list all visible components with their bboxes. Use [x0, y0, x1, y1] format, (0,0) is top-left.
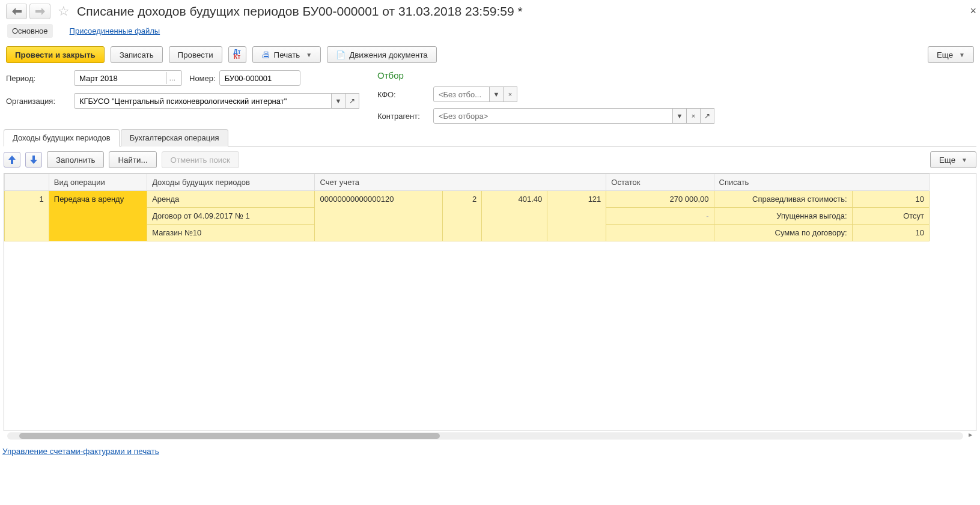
horizontal-scrollbar[interactable] [7, 432, 963, 440]
number-input[interactable] [224, 73, 296, 83]
cell-operation-type: Передача в аренду [49, 191, 147, 241]
period-label: Период: [6, 74, 69, 83]
arrow-right-icon [35, 8, 45, 15]
printer-icon: 🖶 [261, 50, 270, 60]
table-row[interactable]: 1 Передача в аренду Аренда 0000000000000… [5, 191, 930, 208]
nav-forward-button[interactable] [29, 4, 50, 19]
tab-main[interactable]: Основное [7, 24, 53, 38]
tab-accounting-operation[interactable]: Бухгалтерская операция [121, 129, 228, 147]
cell-row-number: 1 [5, 191, 49, 241]
cell-dbp-line3: Магазин №10 [147, 225, 315, 241]
organization-open-button[interactable]: ↗ [345, 93, 359, 109]
more-label: Еще [937, 50, 953, 59]
counterparty-dropdown-button[interactable]: ▼ [672, 108, 687, 124]
invoices-management-link[interactable]: Управление счетами-фактурами и печать [0, 441, 980, 458]
tab-attached-files[interactable]: Присоединенные файлы [65, 24, 165, 38]
counterparty-label: Контрагент: [377, 112, 428, 121]
post-and-close-button[interactable]: Провести и закрыть [6, 46, 105, 63]
arrow-up-icon [8, 156, 16, 164]
cell-dbp-line2: Договор от 04.09.2017 № 1 [147, 208, 315, 225]
organization-label: Организация: [6, 97, 69, 106]
cell-dbp-line1: Аренда [147, 191, 315, 208]
kfo-label: КФО: [377, 90, 428, 99]
print-button[interactable]: 🖶 Печать ▼ [252, 46, 321, 63]
document-icon: 📄 [336, 50, 345, 59]
tab-deferred-income[interactable]: Доходы будущих периодов [4, 129, 120, 147]
kfo-input[interactable] [437, 89, 486, 100]
col-operation-type[interactable]: Вид операции [49, 174, 147, 191]
move-down-button[interactable] [25, 152, 42, 168]
table-more-label: Еще [939, 156, 955, 165]
print-label: Печать [274, 50, 300, 59]
chevron-down-icon: ▼ [306, 52, 312, 58]
counterparty-open-button[interactable]: ↗ [700, 108, 714, 124]
move-up-button[interactable] [4, 152, 20, 168]
table-more-button[interactable]: Еще ▼ [930, 151, 976, 168]
kfo-dropdown-button[interactable]: ▼ [489, 86, 504, 102]
arrow-down-icon [30, 156, 37, 164]
chevron-down-icon: ▼ [959, 52, 965, 58]
cell-writeoff-label3: Сумма по договору: [714, 225, 852, 241]
cell-account-c2: 2 [442, 191, 481, 241]
col-deferred-income[interactable]: Доходы будущих периодов [147, 174, 315, 191]
close-icon[interactable]: × [970, 5, 976, 17]
cell-writeoff-val2: Отсут [852, 208, 929, 225]
cell-writeoff-label2: Упущенная выгода: [714, 208, 852, 225]
kfo-clear-button[interactable]: × [503, 86, 517, 102]
data-table[interactable]: Вид операции Доходы будущих периодов Сче… [4, 173, 976, 431]
cell-balance: 270 000,00 [606, 191, 714, 208]
cell-writeoff-val1: 10 [852, 191, 929, 208]
post-button[interactable]: Провести [169, 46, 222, 63]
number-label: Номер: [189, 74, 216, 83]
open-icon: ↗ [704, 112, 710, 120]
scrollbar-thumb[interactable] [19, 433, 440, 439]
filter-header: Отбор [377, 70, 714, 80]
open-icon: ↗ [349, 97, 355, 105]
cell-balance3 [606, 225, 714, 241]
cell-writeoff-val3: 10 [852, 225, 929, 241]
save-button[interactable]: Записать [111, 46, 163, 63]
cell-account-full: 00000000000000120 [315, 191, 442, 241]
page-title: Списание доходов будущих периодов БУ00-0… [77, 4, 523, 19]
dt-kt-icon: ДтКт [234, 50, 241, 59]
period-select-button[interactable]: … [166, 72, 178, 84]
col-number[interactable] [5, 174, 49, 191]
cell-balance2: - [606, 208, 714, 225]
col-balance[interactable]: Остаток [606, 174, 714, 191]
cell-account-c4: 121 [547, 191, 606, 241]
arrow-left-icon [12, 8, 22, 15]
chevron-down-icon: ▼ [961, 157, 967, 163]
counterparty-input[interactable] [437, 111, 669, 121]
document-moves-label: Движения документа [349, 50, 428, 59]
cell-account-c3: 401.40 [482, 191, 547, 241]
organization-dropdown-button[interactable]: ▼ [331, 93, 345, 109]
scroll-right-icon[interactable]: ▸ [969, 430, 973, 439]
col-writeoff[interactable]: Списать [714, 174, 929, 191]
nav-back-button[interactable] [6, 4, 27, 19]
counterparty-clear-button[interactable]: × [686, 108, 701, 124]
col-account[interactable]: Счет учета [315, 174, 606, 191]
organization-input[interactable] [78, 96, 328, 106]
dt-kt-button[interactable]: ДтКт [228, 46, 246, 63]
fill-button[interactable]: Заполнить [47, 151, 104, 168]
cancel-find-button: Отменить поиск [162, 151, 239, 168]
cell-writeoff-label1: Справедливая стоимость: [714, 191, 852, 208]
favorite-star-icon[interactable]: ☆ [58, 4, 70, 19]
more-button[interactable]: Еще ▼ [928, 46, 974, 63]
find-button[interactable]: Найти... [109, 151, 156, 168]
document-moves-button[interactable]: 📄 Движения документа [327, 46, 437, 63]
period-input[interactable] [78, 73, 166, 83]
